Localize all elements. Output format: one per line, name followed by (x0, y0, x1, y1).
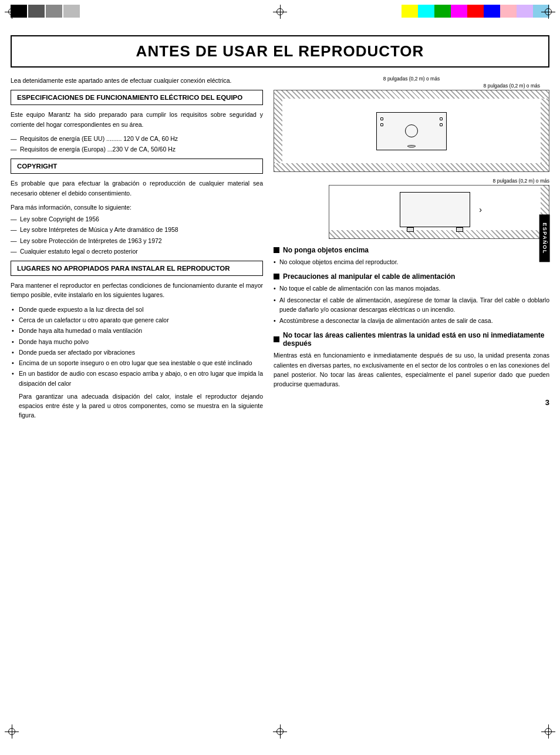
bullet-item: Encima de un soporte inseguro o en otro … (11, 358, 263, 368)
crosshair-bottom-right (541, 724, 555, 739)
cbr-lavender (517, 5, 533, 18)
side-bottom-hatch (329, 230, 549, 238)
device-left-dots (380, 117, 383, 126)
cbr-green (434, 5, 451, 18)
crosshair-bottom-left (5, 724, 19, 739)
copyright-heading: COPYRIGHT (17, 163, 257, 170)
page-title: ANTES DE USAR EL REPRODUCTOR (11, 35, 549, 68)
device-indicator (407, 145, 416, 147)
bullet-item: Donde haya mucho polvo (11, 337, 263, 346)
side-diagram-wrapper: 8 pulgadas (0,2 m) o más (274, 178, 549, 239)
copyright-body: Es probable que para efectuar la grabaci… (11, 178, 263, 198)
crosshair-bottom-center (273, 724, 287, 739)
espanol-tab-wrapper: ESPAÑOL (521, 233, 560, 244)
side-diagram-box: › (329, 185, 549, 239)
right-column: ESPAÑOL 8 pulgadas (0,2 m) o más 8 pulga… (274, 76, 549, 425)
electrical-body: Este equipo Marantz ha sido preparado pa… (11, 110, 263, 129)
electrical-section-box: ESPECIFICACIONES DE FUNCIONAMIENTO ELÉCT… (11, 90, 263, 105)
no-tocar-section: No tocar las áreas calientes mientras la… (274, 331, 549, 389)
lugares-body: Para mantener el reproductor en perfecta… (11, 281, 263, 300)
dot (380, 117, 383, 120)
cbr-yellow (402, 5, 418, 18)
dot (440, 117, 443, 120)
bullet-item: Ley sobre Intérpretes de Música y Arte d… (11, 225, 263, 234)
two-column-layout: Lea detenidamente este apartado antes de… (11, 76, 549, 425)
electrical-heading: ESPECIFICACIONES DE FUNCIONAMIENTO ELÉCT… (17, 94, 257, 101)
lugares-bullets: Donde quede expuesto a la luz directa de… (11, 305, 263, 388)
black-square-icon (274, 336, 279, 342)
bullet-item: En un bastidor de audio con escaso espac… (11, 369, 263, 388)
cbr-blue (484, 5, 500, 18)
page-number: 3 (274, 398, 549, 407)
color-blocks-right (402, 5, 549, 18)
bullet-item: Requisitos de energía (Europa) ...230 V … (11, 144, 263, 154)
cable-heading: Precauciones al manipular el cable de al… (274, 272, 549, 281)
cbr-red (467, 5, 484, 18)
top-diagram-wrapper: 8 pulgadas (0,2 m) o más 8 pulgadas (0,2… (274, 76, 549, 172)
right-hatch (541, 99, 549, 163)
dim-label-top-center: 8 pulgadas (0,2 m) o más (274, 76, 549, 82)
electrical-bullets: Requisitos de energía (EE UU) ......... … (11, 134, 263, 154)
no-ponga-bullet: No coloque objetos encima del reproducto… (274, 257, 549, 267)
copyright-subbody: Para más información, consulte lo siguie… (11, 203, 263, 212)
no-ponga-heading: No ponga objetos encima (274, 246, 549, 254)
bullet-item: Donde haya alta humedad o mala ventilaci… (11, 326, 263, 335)
cbr-cyan (418, 5, 434, 18)
intro-text: Lea detenidamente este apartado antes de… (11, 76, 263, 85)
side-device-container: › (400, 192, 470, 227)
side-spacer (274, 185, 329, 239)
bullet-item: Ley sobre Protección de Intérpretes de 1… (11, 236, 263, 245)
cable-bullet: Al desconectar el cable de alimentación,… (274, 295, 549, 315)
cable-bullet: Acostúmbrese a desconectar la clavija de… (274, 316, 549, 325)
color-block-dgray (28, 5, 45, 18)
device-area (282, 99, 541, 163)
side-diagram-flex: › (274, 185, 549, 239)
crosshair-top-left (5, 5, 19, 19)
cbr-pink (500, 5, 517, 18)
side-device-box (400, 192, 470, 227)
bullet-item: Requisitos de energía (EE UU) ......... … (11, 134, 263, 143)
right-arrow: › (479, 192, 482, 227)
device-right-dots (440, 117, 443, 126)
lugares-section-box: LUGARES NO APROPIADOS PARA INSTALAR EL R… (11, 261, 263, 276)
no-ponga-bullets: No coloque objetos encima del reproducto… (274, 257, 549, 267)
dot (380, 123, 383, 126)
left-column: Lea detenidamente este apartado antes de… (11, 76, 263, 425)
crosshair-top-center (273, 5, 287, 19)
top-hatch (274, 90, 549, 99)
cable-bullet: No toque el cable de alimentación con la… (274, 284, 549, 293)
no-ponga-title: No ponga objetos encima (283, 246, 369, 254)
top-diagram (274, 90, 549, 172)
diagram-inner (274, 99, 549, 163)
copyright-section-box: COPYRIGHT (11, 159, 263, 174)
device-knob (405, 124, 418, 137)
page-content: ANTES DE USAR EL REPRODUCTOR Lea detenid… (11, 35, 549, 425)
espanol-tab: ESPAÑOL (539, 214, 549, 262)
color-block-lgray (63, 5, 80, 18)
black-square-icon (274, 247, 279, 253)
cable-title: Precauciones al manipular el cable de al… (283, 272, 455, 281)
no-ponga-section: No ponga objetos encima No coloque objet… (274, 246, 549, 267)
bullet-item: Donde pueda ser afectado por vibraciones (11, 348, 263, 357)
dim-label-side: 8 pulgadas (0,2 m) o más (274, 178, 549, 184)
top-right-marks (402, 5, 549, 18)
cbr-magenta (451, 5, 467, 18)
no-tocar-title: No tocar las áreas calientes mientras la… (283, 331, 549, 348)
no-tocar-heading: No tocar las áreas calientes mientras la… (274, 331, 549, 348)
lugares-heading: LUGARES NO APROPIADOS PARA INSTALAR EL R… (17, 265, 257, 272)
bullet-item: Cerca de un calefactor u otro aparato qu… (11, 315, 263, 325)
bottom-hatch (274, 163, 549, 171)
no-tocar-body: Mientras está en funcionamiento e inmedi… (274, 350, 549, 389)
black-square-icon (274, 274, 279, 279)
device-foot-left (407, 227, 414, 232)
dim-label-top-right: 8 pulgadas (0,2 m) o más (274, 83, 549, 89)
top-left-marks (11, 5, 80, 18)
crosshair-top-right (541, 5, 555, 19)
dot (440, 123, 443, 126)
bullet-item: Cualquier estatuto legal o decreto poste… (11, 247, 263, 256)
lugares-extra: Para garantizar una adecuada disipación … (11, 392, 263, 420)
device-box (376, 112, 447, 150)
bullet-item: Donde quede expuesto a la luz directa de… (11, 305, 263, 314)
color-block-mgray (46, 5, 62, 18)
bullet-item: Ley sobre Copyright de 1956 (11, 214, 263, 224)
